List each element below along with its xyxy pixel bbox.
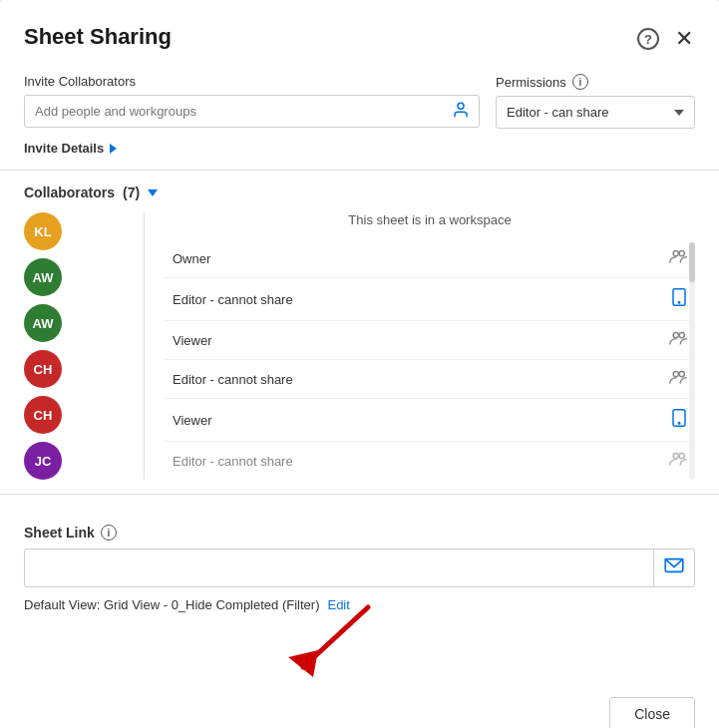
modal-header: Sheet Sharing ? ✕ [24,24,695,54]
email-link-button[interactable] [653,549,694,586]
invite-details-expand-icon [110,144,117,154]
invite-details-row[interactable]: Invite Details [24,141,695,156]
sheet-link-section: Sheet Link i [24,525,695,587]
perm-row-1: Owner [165,239,695,278]
svg-point-8 [679,371,684,376]
svg-point-4 [678,302,680,304]
avatar-kl: KL [24,212,62,250]
divider-2 [0,494,719,495]
help-button[interactable]: ? [635,26,661,52]
invite-right: Permissions i Editor - can share Editor … [496,74,695,129]
perm-icon-tablet-2 [671,288,687,310]
invite-details-label: Invite Details [24,141,104,156]
sheet-link-input-row [24,548,695,587]
help-icon: ? [637,28,659,50]
svg-point-7 [673,371,678,376]
person-icon [452,101,470,123]
avatar-jc: JC [24,442,62,480]
svg-marker-15 [288,650,318,677]
permissions-info-icon[interactable]: i [572,74,588,90]
perm-label-4: Editor - cannot share [173,372,293,387]
invite-input[interactable] [24,95,480,128]
close-icon: ✕ [675,26,693,52]
sheet-sharing-modal: Sheet Sharing ? ✕ Invite Collaborators [0,0,719,728]
collaborators-header-row: Collaborators (7) [24,184,695,200]
svg-point-12 [679,453,684,458]
perm-icon-group-6 [669,452,687,470]
collaborators-expand-icon[interactable] [148,189,158,196]
svg-point-1 [673,250,678,255]
scrollbar-thumb[interactable] [689,242,695,282]
svg-point-2 [679,250,684,255]
modal-title: Sheet Sharing [24,24,172,50]
perm-row-5: Viewer [165,399,695,442]
close-icon-button[interactable]: ✕ [673,24,695,54]
perm-row-3: Viewer [165,321,695,360]
svg-point-0 [458,103,464,109]
perm-icon-group-4 [669,370,687,388]
avatar-aw1: AW [24,258,62,296]
svg-point-5 [673,332,678,337]
sheet-link-label: Sheet Link i [24,525,695,541]
collaborators-label: Collaborators [24,184,115,200]
scrollbar-track[interactable] [689,242,695,480]
sheet-link-info-icon[interactable]: i [101,525,117,541]
invite-left: Invite Collaborators [24,74,480,128]
svg-point-11 [673,453,678,458]
perm-row-2: Editor - cannot share [165,278,695,321]
modal-footer: Close [24,697,695,728]
permissions-label: Permissions i [496,74,695,90]
header-icons: ? ✕ [635,24,695,54]
invite-row: Invite Collaborators Permissions i Edito… [24,74,695,129]
permissions-list: Owner Editor - cannot share [165,239,695,479]
perm-icon-group-3 [669,331,687,349]
avatar-aw2: AW [24,304,62,342]
perm-label-2: Editor - cannot share [173,292,293,307]
close-button[interactable]: Close [609,697,695,728]
default-view-text: Default View: Grid View - 0_Hide Complet… [24,597,319,612]
collaborators-section: KL AW AW CH CH JC This sheet is in a wor… [24,212,695,480]
divider [0,170,719,171]
perm-label-3: Viewer [173,333,212,348]
avatar-list: KL AW AW CH CH JC [24,212,124,480]
perm-row-4: Editor - cannot share [165,360,695,399]
sheet-link-input[interactable] [25,552,653,583]
perm-icon-group-1 [669,249,687,267]
arrow-area [24,612,695,687]
invite-input-wrapper [24,95,480,128]
avatar-ch2: CH [24,396,62,434]
perm-row-6: Editor - cannot share [165,442,695,479]
svg-point-6 [679,332,684,337]
invite-label: Invite Collaborators [24,74,480,89]
permissions-select[interactable]: Editor - can share Editor - cannot share… [496,96,695,129]
collaborators-count: (7) [123,184,140,200]
perm-icon-tablet-5 [671,409,687,431]
svg-point-10 [678,423,680,425]
perm-label-5: Viewer [173,413,212,428]
default-view-area: Default View: Grid View - 0_Hide Complet… [24,587,695,687]
perm-label-1: Owner [173,251,210,266]
workspace-label: This sheet is in a workspace [165,212,695,227]
perm-label-6: Editor - cannot share [173,454,293,469]
red-arrow-svg [283,602,383,677]
email-icon [664,557,684,577]
right-panel: This sheet is in a workspace Owner Edito… [144,212,695,480]
avatar-ch1: CH [24,350,62,388]
